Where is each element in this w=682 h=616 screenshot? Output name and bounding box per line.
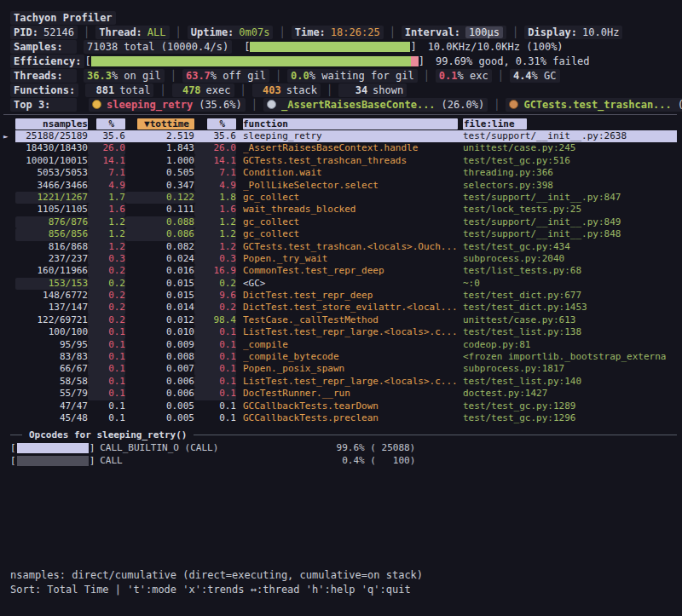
opcode-name: CALL (100, 455, 296, 466)
cell-nsamples: 237/237 (15, 253, 88, 265)
cell-file-line: subprocess.py:2040 (463, 253, 677, 265)
efficiency-failed-fill (411, 56, 418, 66)
cell-percent-cumulative: 1.2 (194, 241, 236, 253)
table-row[interactable]: ► 237/237 0.3 0.024 0.3 Popen._try_wait … (15, 253, 677, 265)
opcode-row: [] CALL_BUILTIN_O (CALL) 99.6% ( 25088) (10, 441, 677, 454)
table-row[interactable]: ► 856/856 1.2 0.086 1.2 gc_collect test/… (15, 228, 677, 240)
status-value: ALL (147, 26, 166, 38)
bracket-open: [ (10, 455, 16, 466)
table-row[interactable]: ► 5053/5053 7.1 0.505 7.1 Condition.wait… (15, 167, 677, 179)
cell-file-line: test/support/__init__.py:848 (463, 228, 677, 240)
table-row[interactable]: ► 137/147 0.2 0.014 0.2 DictTest.test_st… (15, 302, 677, 314)
table-row[interactable]: ► 160/11966 0.2 0.016 16.9 CommonTest.te… (15, 265, 677, 277)
opcode-row: [] CALL 0.4% ( 100) (10, 454, 677, 467)
top3-item[interactable]: │GCTests.test_trashcan...(14.1%) (488, 98, 682, 112)
top3-item[interactable]: │_AssertRaisesBaseConte...(26.0%) (246, 98, 488, 112)
cell-nsamples: 18430/18430 (15, 142, 88, 154)
cell-percent-cumulative: 14.1 (194, 155, 236, 167)
header-percent-cumulative[interactable]: % (207, 118, 236, 130)
cell-nsamples: 1221/1267 (15, 192, 88, 204)
cell-percent-cumulative: 7.1 (194, 167, 236, 179)
cell-percent-direct: 35.6 (88, 130, 125, 142)
separator: │ (275, 70, 281, 82)
separator: │ (176, 26, 182, 38)
separator: │ (84, 26, 90, 38)
medal-icon (509, 100, 518, 109)
cell-file-line: doctest.py:1427 (463, 388, 677, 400)
status-label: Display: (528, 26, 577, 38)
table-row[interactable]: ► 18430/18430 26.0 1.843 26.0 _AssertRai… (15, 142, 677, 154)
table-row[interactable]: ► 876/876 1.2 0.088 1.2 gc_collect test/… (15, 216, 677, 228)
cell-file-line: codeop.py:81 (463, 339, 677, 351)
header-file-line[interactable]: file:line (463, 118, 527, 130)
table-row[interactable]: ► 122/69721 0.2 0.012 98.4 TestCase._cal… (15, 314, 677, 326)
cell-nsamples: 47/47 (15, 400, 88, 412)
cell-function: _compile (243, 339, 458, 351)
cell-tottime: 0.505 (125, 167, 194, 179)
status-label: Uptime: (191, 26, 234, 38)
separator: │ (251, 99, 257, 111)
cell-percent-direct: 1.2 (88, 241, 125, 253)
cell-tottime: 0.005 (125, 412, 194, 424)
table-row[interactable]: ► 1105/1105 1.6 0.111 1.6 wait_threads_b… (15, 204, 677, 216)
status-group: │Time:18:26:25 (273, 26, 383, 39)
opcodes-section: Opcodes for sleeping_retry() [] CALL_BUI… (0, 429, 682, 467)
cell-nsamples: 83/83 (15, 351, 88, 363)
status-value: 100µs (465, 26, 503, 38)
function-stat-label: total (119, 84, 150, 96)
medal-icon (92, 100, 101, 109)
cell-file-line: subprocess.py:1817 (463, 363, 677, 375)
status-group: │PID:52146 (10, 26, 78, 39)
top3-function-name: sleeping_retry (107, 99, 193, 111)
bracket-close: ] (90, 442, 95, 453)
table-row[interactable]: ► 100/100 0.1 0.010 0.1 ListTest.test_re… (15, 326, 677, 338)
table-row[interactable]: ► 816/868 1.2 0.082 1.2 GCTests.test_tra… (15, 241, 677, 253)
thread-stat-value: 36.3 (87, 70, 112, 82)
header-function[interactable]: function (243, 118, 458, 130)
table-row[interactable]: ► 45/48 0.1 0.005 0.1 GCCallbackTests.pr… (15, 412, 677, 424)
efficiency-line: Efficiency:[] 99.69% good, 0.31% failed (10, 54, 677, 68)
cell-nsamples: 55/79 (15, 388, 88, 400)
top3-item[interactable]: │sleeping_retry(35.6%) (89, 98, 246, 112)
table-row[interactable]: ► 66/67 0.1 0.007 0.1 Popen._posix_spawn… (15, 363, 677, 375)
thread-stat: │4.4% GC (492, 69, 560, 83)
cell-function: GCTests.test_trashcan_threads (243, 155, 458, 167)
table-row[interactable]: ► 55/79 0.1 0.006 0.1 DocTestRunner.__ru… (15, 388, 677, 400)
table-row[interactable]: ► 47/47 0.1 0.005 0.1 GCCallbackTests.te… (15, 400, 677, 412)
status-value: 52146 (43, 26, 74, 38)
table-row[interactable]: ► 1221/1267 1.7 0.122 1.8 gc_collect tes… (15, 192, 677, 204)
cell-file-line: threading.py:366 (463, 167, 677, 179)
function-stat: │34shown (321, 83, 407, 97)
cell-percent-cumulative: 0.2 (194, 278, 236, 290)
cell-percent-direct: 1.7 (88, 192, 125, 204)
functions-line: Functions: │881total│478exec│403stack│34… (10, 83, 677, 97)
thread-stat-label: % exc (458, 70, 488, 82)
table-row[interactable]: ► 10001/10015 14.1 1.000 14.1 GCTests.te… (15, 155, 677, 167)
table-row[interactable]: ► 153/153 0.2 0.015 0.2 <GC> ~:0 (15, 278, 677, 290)
table-row[interactable]: ► 95/95 0.1 0.009 0.1 _compile codeop.py… (15, 339, 677, 351)
cell-file-line: test/test_gc.py:1296 (463, 412, 677, 424)
table-row[interactable]: ► 25188/25189 35.6 2.519 35.6 sleeping_r… (15, 130, 677, 142)
thread-stat: │0.0% waiting for gil (269, 69, 418, 83)
table-row[interactable]: ► 3466/3466 4.9 0.347 4.9 _PollLikeSelec… (15, 180, 677, 192)
thread-stat: │0.1% exc (418, 69, 492, 83)
cell-nsamples: 25188/25189 (15, 130, 88, 142)
cell-percent-cumulative: 26.0 (194, 142, 236, 154)
cell-nsamples: 5053/5053 (15, 167, 88, 179)
top3-line: Top 3: │sleeping_retry(35.6%)│_AssertRai… (10, 97, 677, 112)
cell-file-line: test/list_tests.py:68 (463, 265, 677, 277)
cell-function: gc_collect (243, 216, 458, 228)
table-row[interactable]: ► 83/83 0.1 0.008 0.1 _compile_bytecode … (15, 351, 677, 363)
header-nsamples[interactable]: nsamples (15, 118, 88, 130)
table-row[interactable]: ► 58/58 0.1 0.006 0.1 ListTest.test_repr… (15, 376, 677, 388)
separator: │ (170, 70, 176, 82)
header-tottime-sorted[interactable]: ▼tottime (137, 118, 194, 130)
cell-function: Popen._posix_spawn (243, 363, 458, 375)
cell-nsamples: 95/95 (15, 339, 88, 351)
cell-nsamples: 153/153 (15, 278, 88, 290)
cell-function: ListTest.test_repr_large.<locals>.c... (243, 326, 458, 338)
header-percent-direct[interactable]: % (96, 118, 125, 130)
footer-legend: nsamples: direct/cumulative (direct=exec… (10, 568, 423, 583)
function-stat-label: stack (286, 84, 317, 96)
table-row[interactable]: ► 148/6772 0.2 0.015 9.6 DictTest.test_r… (15, 290, 677, 302)
